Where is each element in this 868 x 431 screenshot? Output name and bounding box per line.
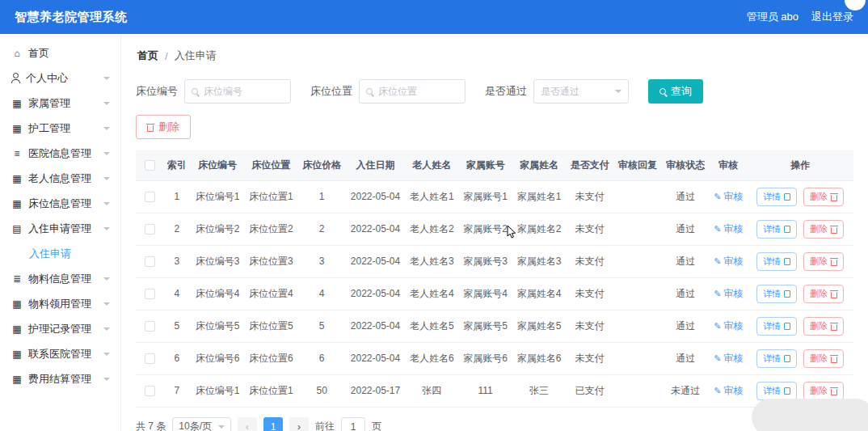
cell-family_name: 家属姓名2 [512,213,566,245]
grid-icon: ▦ [11,298,23,310]
select-all-checkbox[interactable] [145,160,155,171]
breadcrumb: 首页 / 入住申请 [137,49,853,63]
sidebar-item-物料信息管理[interactable]: ≣物料信息管理 [0,266,120,291]
bed-pos-input[interactable] [378,86,458,97]
chevron-down-icon [103,177,110,180]
sidebar-item-label: 家属管理 [28,96,70,111]
app-title: 智慧养老院管理系统 [15,10,128,25]
sidebar-item-医院信息管理[interactable]: ≡医院信息管理 [0,141,120,166]
row-checkbox[interactable] [145,192,155,202]
passed-select[interactable]: 是否通过 [533,79,629,104]
cell-price: 4 [298,277,346,310]
cell-family_name: 家属姓名4 [512,277,566,310]
sidebar-item-费用结算管理[interactable]: ▦费用结算管理 [0,366,120,391]
detail-button[interactable]: 详情 [756,220,797,239]
cell-index: 4 [163,277,191,310]
row-checkbox[interactable] [145,289,155,299]
sidebar-item-物料领用管理[interactable]: ▦物料领用管理 [0,291,120,316]
delete-button[interactable]: 删除 [803,220,844,239]
cell-bed_no: 床位编号5 [191,310,244,342]
review-link[interactable]: ✎审核 [714,319,743,333]
column-header-date: 入住日期 [346,150,405,180]
column-header-elder_name: 老人姓名 [405,150,458,180]
header-user-area: 管理员 abo 退出登录 [747,10,853,24]
review-link[interactable]: ✎审核 [714,222,743,236]
sidebar-item-入住申请管理[interactable]: ▤入住申请管理 [0,216,120,241]
trash-icon [831,389,837,395]
detail-button[interactable]: 详情 [756,252,797,271]
cell-price: 2 [298,213,346,245]
detail-button[interactable]: 详情 [756,317,797,336]
detail-button[interactable]: 详情 [756,382,797,400]
sidebar-item-首页[interactable]: ⌂首页 [0,40,120,65]
row-select-cell [136,245,163,277]
cell-review_status: 通过 [662,180,710,213]
row-checkbox[interactable] [145,256,155,267]
detail-button[interactable]: 详情 [756,188,797,206]
cell-family_account: 家属账号6 [459,342,512,374]
cell-family_account: 家属账号5 [459,310,512,342]
bulk-delete-button[interactable]: 删除 [136,115,191,139]
cell-price: 50 [298,374,346,407]
row-select-cell [136,310,163,342]
trash-icon [147,125,154,132]
chevron-down-icon [103,327,110,331]
sidebar-subitem-入住申请[interactable]: 入住申请 [0,241,120,266]
row-checkbox[interactable] [145,386,155,396]
detail-button-label: 详情 [763,385,781,397]
cell-elder_name: 老人姓名4 [405,277,458,310]
delete-button[interactable]: 删除 [803,349,844,368]
page-size-select[interactable]: 10条/页 [172,417,231,431]
review-link[interactable]: ✎审核 [714,352,743,366]
sidebar-item-联系医院管理[interactable]: ▦联系医院管理 [0,341,120,366]
cell-bed_no: 床位编号1 [191,180,244,213]
sidebar-item-护理记录管理[interactable]: ▦护理记录管理 [0,316,120,341]
review-link[interactable]: ✎审核 [714,190,743,204]
sidebar-menu: ⌂首页个人中心▦家属管理▦护工管理≡医院信息管理▦老人信息管理▦床位信息管理▤入… [0,40,120,391]
cell-date: 2022-05-17 [346,374,405,407]
review-link[interactable]: ✎审核 [714,384,743,398]
row-checkbox[interactable] [145,353,155,364]
app-header: 智慧养老院管理系统 管理员 abo 退出登录 [0,0,868,34]
bed-no-label: 床位编号 [136,84,178,99]
sidebar-item-老人信息管理[interactable]: ▦老人信息管理 [0,166,120,191]
sidebar-item-家属管理[interactable]: ▦家属管理 [0,91,120,116]
logout-link[interactable]: 退出登录 [811,10,853,24]
cell-family_name: 家属姓名3 [512,245,566,277]
delete-button[interactable]: 删除 [803,382,844,400]
detail-button[interactable]: 详情 [756,349,797,368]
cell-review: ✎审核 [710,342,748,374]
chevron-down-icon [218,425,225,429]
delete-button[interactable]: 删除 [803,317,844,336]
sidebar-item-个人中心[interactable]: 个人中心 [0,65,120,91]
sidebar-item-label: 入住申请管理 [28,222,91,236]
detail-button[interactable]: 详情 [756,285,797,303]
sidebar-item-label: 医院信息管理 [28,146,91,161]
delete-button[interactable]: 删除 [803,252,844,271]
goto-page-input[interactable] [341,417,365,431]
sidebar-item-床位信息管理[interactable]: ▦床位信息管理 [0,191,120,216]
cell-review_status: 通过 [662,245,710,277]
current-user[interactable]: 管理员 abo [747,10,798,24]
search-button[interactable]: 查询 [648,79,703,104]
bed-pos-label: 床位位置 [310,84,352,99]
sidebar-item-护工管理[interactable]: ▦护工管理 [0,116,120,141]
edit-icon: ✎ [714,256,721,267]
prev-page-button[interactable]: ‹ [238,417,257,431]
next-page-button[interactable]: › [289,417,309,431]
review-link[interactable]: ✎审核 [714,287,743,301]
detail-icon [784,290,790,298]
page-number-1[interactable]: 1 [263,417,283,431]
delete-button[interactable]: 删除 [803,188,844,206]
delete-button[interactable]: 删除 [803,285,844,303]
breadcrumb-home[interactable]: 首页 [137,49,158,63]
review-link[interactable]: ✎审核 [714,255,743,268]
cell-paid: 未支付 [566,342,613,374]
cell-family_name: 家属姓名5 [512,310,566,342]
search-icon [366,88,373,95]
bed-no-input[interactable] [204,86,284,97]
row-checkbox[interactable] [145,224,155,235]
cell-elder_name: 老人姓名1 [405,180,458,213]
cell-actions: 详情删除 [748,213,853,245]
row-checkbox[interactable] [145,321,155,332]
